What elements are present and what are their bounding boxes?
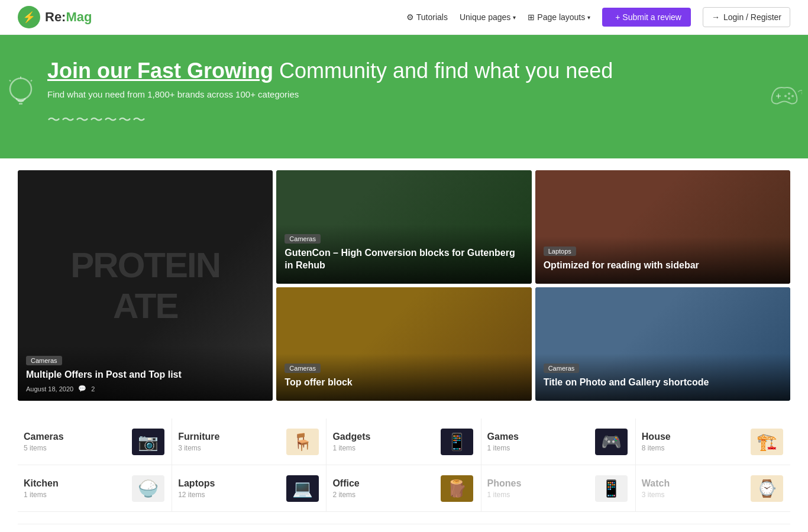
category-info-phones: Phones 1 items bbox=[487, 478, 594, 499]
category-icon-kitchen: 🍚 bbox=[130, 473, 166, 503]
category-name-house: House bbox=[642, 432, 749, 442]
category-item-house[interactable]: House 8 items 🏗️ bbox=[636, 419, 790, 465]
category-item-gadgets[interactable]: Gadgets 1 items 📱 bbox=[327, 419, 481, 465]
lightbulb-icon bbox=[6, 76, 35, 118]
svg-point-0 bbox=[10, 78, 31, 99]
svg-point-8 bbox=[788, 92, 790, 95]
category-icon-cameras: 📷 bbox=[130, 427, 166, 456]
category-count-watch: 3 items bbox=[642, 491, 749, 499]
login-label: Login / Register bbox=[723, 12, 781, 22]
gear-icon: ⚙ bbox=[406, 12, 414, 22]
category-item-watch[interactable]: Watch 3 items ⌚ bbox=[636, 465, 790, 512]
category-count-office: 2 items bbox=[332, 491, 439, 499]
category-info-games: Games 1 items bbox=[487, 432, 594, 452]
post-overlay-large: Cameras Multiple Offers in Post and Top … bbox=[18, 346, 273, 401]
logo-text: Re:Mag bbox=[45, 9, 92, 25]
category-item-cameras[interactable]: Cameras 5 items 📷 bbox=[18, 419, 172, 465]
category-image-watch: ⌚ bbox=[751, 475, 783, 502]
post-card-large[interactable]: PROTEINATE Cameras Multiple Offers in Po… bbox=[18, 170, 273, 401]
posts-grid: PROTEINATE Cameras Multiple Offers in Po… bbox=[18, 170, 790, 401]
category-icon-watch: ⌚ bbox=[749, 473, 784, 503]
nav-links: ⚙ Tutorials Unique pages ▾ ⊞ Page layout… bbox=[406, 7, 790, 27]
post-title-cameras: GutenCon – High Conversion blocks for Gu… bbox=[285, 247, 523, 272]
hero-subtitle: Find what you need from 1,800+ brands ac… bbox=[47, 89, 790, 99]
logo-bolt: ⚡ bbox=[22, 11, 35, 24]
post-card-laptops[interactable]: Laptops Optimized for reading with sideb… bbox=[535, 170, 790, 284]
category-count-house: 8 items bbox=[642, 444, 749, 452]
category-count-kitchen: 1 items bbox=[24, 491, 130, 499]
category-icon-phones: 📱 bbox=[594, 473, 629, 503]
post-badge-bedroom: Cameras bbox=[544, 364, 580, 373]
category-info-laptops: Laptops 12 items bbox=[178, 478, 285, 499]
category-icon-gadgets: 📱 bbox=[439, 427, 475, 456]
category-count-gadgets: 1 items bbox=[332, 444, 439, 452]
login-register-button[interactable]: → Login / Register bbox=[703, 7, 790, 27]
post-card-cameras[interactable]: Cameras GutenCon – High Conversion block… bbox=[276, 170, 531, 284]
post-title-laptops: Optimized for reading with sidebar bbox=[544, 259, 782, 272]
post-badge: Cameras bbox=[26, 356, 62, 365]
logo-re: Re: bbox=[45, 9, 66, 24]
logo-mag: Mag bbox=[66, 9, 92, 24]
post-overlay-cameras: Cameras GutenCon – High Conversion block… bbox=[276, 224, 531, 284]
nav-tutorials[interactable]: ⚙ Tutorials bbox=[406, 12, 448, 22]
category-name-furniture: Furniture bbox=[178, 432, 285, 442]
category-name-laptops: Laptops bbox=[178, 478, 285, 489]
nav-page-layouts[interactable]: ⊞ Page layouts ▾ bbox=[528, 12, 590, 22]
categories-section: Cameras 5 items 📷 Furniture 3 items 🪑 Ga… bbox=[0, 401, 808, 524]
login-icon: → bbox=[712, 12, 720, 22]
post-title-bedroom: Title on Photo and Gallery shortcode bbox=[544, 377, 782, 389]
svg-line-5 bbox=[31, 80, 32, 81]
category-info-kitchen: Kitchen 1 items bbox=[24, 478, 130, 499]
category-info-gadgets: Gadgets 1 items bbox=[332, 432, 439, 452]
category-icon-house: 🏗️ bbox=[749, 427, 784, 456]
svg-point-11 bbox=[784, 95, 787, 97]
category-name-games: Games bbox=[487, 432, 594, 442]
hero-wave-decoration: 〜〜〜〜〜〜〜 bbox=[47, 111, 790, 129]
category-name-cameras: Cameras bbox=[24, 432, 130, 442]
category-info-office: Office 2 items bbox=[332, 478, 439, 499]
category-icon-games: 🎮 bbox=[594, 427, 629, 456]
category-count-phones: 1 items bbox=[487, 491, 594, 499]
category-item-laptops[interactable]: Laptops 12 items 💻 bbox=[172, 465, 327, 512]
category-name-kitchen: Kitchen bbox=[24, 478, 130, 489]
post-meta-large: August 18, 2020 💬 2 bbox=[26, 385, 264, 392]
submit-review-button[interactable]: + Submit a review bbox=[602, 8, 691, 27]
chevron-down-icon: ▾ bbox=[513, 14, 516, 21]
logo-link[interactable]: ⚡ Re:Mag bbox=[18, 6, 92, 28]
category-count-cameras: 5 items bbox=[24, 444, 130, 452]
svg-point-10 bbox=[788, 97, 790, 99]
category-count-furniture: 3 items bbox=[178, 444, 285, 452]
category-icon-office: 🪵 bbox=[439, 473, 475, 503]
category-item-kitchen[interactable]: Kitchen 1 items 🍚 bbox=[18, 465, 172, 512]
category-item-furniture[interactable]: Furniture 3 items 🪑 bbox=[172, 419, 327, 465]
category-image-laptops: 💻 bbox=[286, 475, 319, 502]
category-item-phones[interactable]: Phones 1 items 📱 bbox=[481, 465, 636, 512]
category-image-gadgets: 📱 bbox=[441, 429, 473, 455]
gamepad-icon bbox=[767, 83, 802, 111]
category-count-laptops: 12 items bbox=[178, 491, 285, 499]
navbar: ⚡ Re:Mag ⚙ Tutorials Unique pages ▾ ⊞ Pa… bbox=[0, 0, 808, 35]
post-badge-living: Cameras bbox=[285, 364, 321, 373]
nav-unique-pages[interactable]: Unique pages ▾ bbox=[460, 12, 516, 22]
categories-grid: Cameras 5 items 📷 Furniture 3 items 🪑 Ga… bbox=[18, 419, 790, 512]
category-info-watch: Watch 3 items bbox=[642, 478, 749, 499]
post-card-bedroom[interactable]: Cameras Title on Photo and Gallery short… bbox=[535, 287, 790, 401]
category-name-gadgets: Gadgets bbox=[332, 432, 439, 442]
category-name-watch: Watch bbox=[642, 478, 749, 489]
comment-icon: 💬 bbox=[78, 385, 86, 392]
layout-icon: ⊞ bbox=[528, 12, 535, 22]
post-title-large: Multiple Offers in Post and Top list bbox=[26, 369, 264, 381]
post-card-living[interactable]: Cameras Top offer block bbox=[276, 287, 531, 401]
page-layouts-label: Page layouts bbox=[537, 12, 585, 22]
category-image-phones: 📱 bbox=[595, 475, 628, 502]
post-comments: 2 bbox=[91, 385, 95, 392]
post-title-living: Top offer block bbox=[285, 377, 523, 389]
post-badge-laptops: Laptops bbox=[544, 246, 576, 256]
logo-icon: ⚡ bbox=[18, 6, 40, 28]
category-image-kitchen: 🍚 bbox=[132, 475, 164, 502]
category-item-games[interactable]: Games 1 items 🎮 bbox=[481, 419, 636, 465]
section-divider bbox=[18, 524, 790, 524]
category-icon-furniture: 🪑 bbox=[285, 427, 320, 456]
category-item-office[interactable]: Office 2 items 🪵 bbox=[327, 465, 481, 512]
category-icon-laptops: 💻 bbox=[285, 473, 320, 503]
